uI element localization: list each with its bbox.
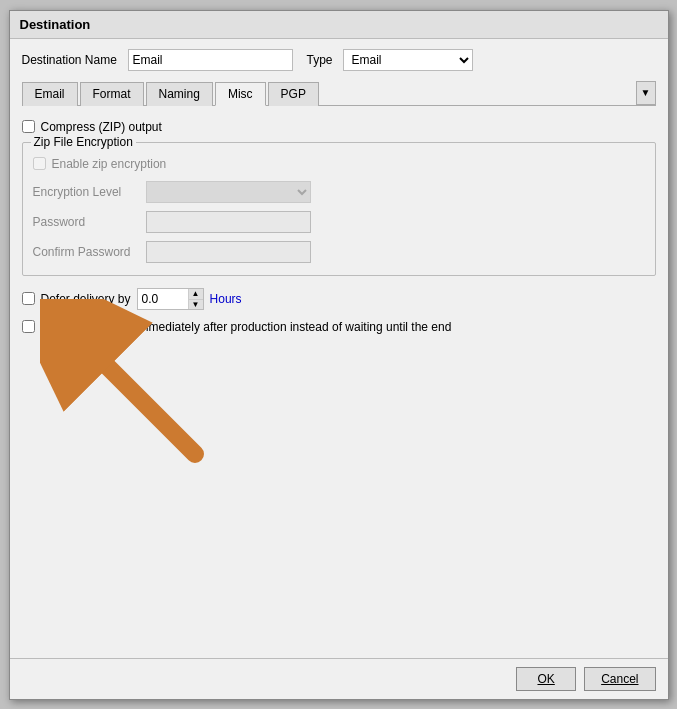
tab-overflow-button[interactable]: ▼ [636,81,656,105]
cancel-button[interactable]: Cancel [584,667,655,691]
enable-zip-checkbox[interactable] [33,157,46,170]
tab-pgp[interactable]: PGP [268,82,319,106]
dialog-body: Destination Name Type Email File FTP Pri… [10,39,668,658]
confirm-password-input[interactable] [146,241,311,263]
dialog-footer: OK Cancel [10,658,668,699]
defer-delivery-label: Defer delivery by [41,292,131,306]
tabs-row: Email Format Naming Misc PGP ▼ [22,81,656,106]
compress-zip-label: Compress (ZIP) output [41,120,162,134]
type-select[interactable]: Email File FTP Printer [343,49,473,71]
zip-encryption-group: Zip File Encryption Enable zip encryptio… [22,142,656,276]
password-row: Password [33,211,645,233]
zip-encryption-title: Zip File Encryption [31,135,136,149]
defer-delivery-row: Defer delivery by ▲ ▼ Hours [22,288,656,310]
deliver-immediately-checkbox[interactable] [22,320,35,333]
encryption-level-row: Encryption Level [33,181,645,203]
encryption-level-select[interactable] [146,181,311,203]
deliver-immediately-row: Deliver the report immediately after pro… [22,320,656,334]
deliver-immediately-label: Deliver the report immediately after pro… [41,320,452,334]
hours-label: Hours [210,292,242,306]
defer-spinner-down[interactable]: ▼ [189,299,203,309]
dialog-title: Destination [10,11,668,39]
svg-line-1 [70,329,195,454]
destination-dialog: Destination Destination Name Type Email … [9,10,669,700]
defer-value-input[interactable] [138,290,188,308]
defer-delivery-checkbox[interactable] [22,292,35,305]
type-label: Type [307,53,333,67]
destination-name-row: Destination Name Type Email File FTP Pri… [22,49,656,71]
encryption-level-label: Encryption Level [33,185,138,199]
password-label: Password [33,215,138,229]
confirm-password-row: Confirm Password [33,241,645,263]
enable-zip-row: Enable zip encryption [33,157,645,171]
tab-email[interactable]: Email [22,82,78,106]
password-input[interactable] [146,211,311,233]
defer-input-wrap: ▲ ▼ [137,288,204,310]
misc-content: Compress (ZIP) output Zip File Encryptio… [22,116,656,338]
destination-name-input[interactable] [128,49,293,71]
ok-button[interactable]: OK [516,667,576,691]
tab-misc[interactable]: Misc [215,82,266,106]
tab-naming[interactable]: Naming [146,82,213,106]
compress-zip-checkbox[interactable] [22,120,35,133]
destination-name-label: Destination Name [22,53,122,67]
enable-zip-label: Enable zip encryption [52,157,167,171]
defer-spinner-up[interactable]: ▲ [189,289,203,299]
defer-spinner: ▲ ▼ [188,289,203,309]
compress-zip-row: Compress (ZIP) output [22,120,656,134]
confirm-password-label: Confirm Password [33,245,138,259]
tab-format[interactable]: Format [80,82,144,106]
